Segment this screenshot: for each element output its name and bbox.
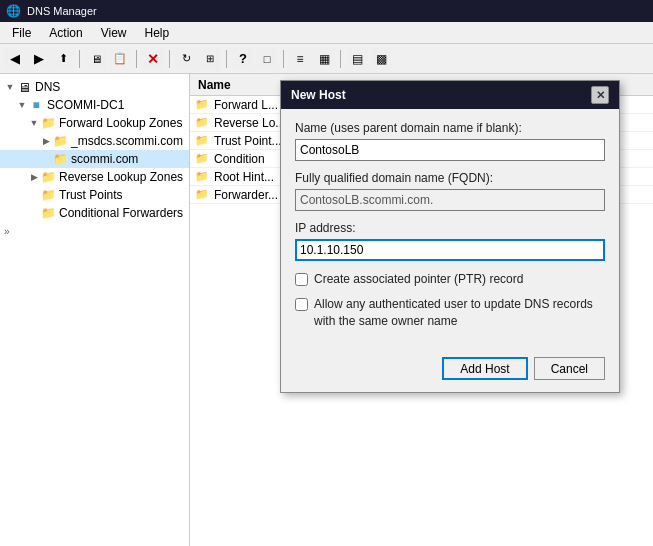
menu-action[interactable]: Action bbox=[41, 24, 90, 42]
server-icon: ■ bbox=[28, 98, 44, 112]
ptr-checkbox-label: Create associated pointer (PTR) record bbox=[314, 271, 523, 288]
title-bar-label: DNS Manager bbox=[27, 5, 97, 17]
row-icon-4: 📁 bbox=[194, 152, 210, 166]
auth-checkbox-label: Allow any authenticated user to update D… bbox=[314, 296, 605, 330]
col-name-header: Name bbox=[194, 78, 235, 92]
sidebar-item-msdcs[interactable]: ▶ 📁 _msdcs.scommi.com bbox=[0, 132, 189, 150]
add-host-button[interactable]: Add Host bbox=[442, 357, 527, 380]
folder-icon-rz: 📁 bbox=[40, 170, 56, 184]
sidebar-item-dns[interactable]: ▼ 🖥 DNS bbox=[0, 78, 189, 96]
name-input[interactable] bbox=[295, 139, 605, 161]
row-label-4: Condition bbox=[214, 152, 265, 166]
row-label-3: Trust Point... bbox=[214, 134, 282, 148]
scroll-indicator: » bbox=[0, 222, 189, 237]
toolbar-sep-3 bbox=[169, 50, 170, 68]
modal-footer: Add Host Cancel bbox=[281, 349, 619, 392]
menu-bar: File Action View Help bbox=[0, 22, 653, 44]
sidebar-item-conditional-fwd[interactable]: 📁 Conditional Forwarders bbox=[0, 204, 189, 222]
monitor-button[interactable]: 🖥 bbox=[85, 48, 107, 70]
expander-dns: ▼ bbox=[4, 81, 16, 93]
menu-help[interactable]: Help bbox=[137, 24, 178, 42]
sidebar-item-forward-zones[interactable]: ▼ 📁 Forward Lookup Zones bbox=[0, 114, 189, 132]
row-label-2: Reverse Lo... bbox=[214, 116, 285, 130]
new-host-dialog: New Host ✕ Name (uses parent domain name… bbox=[280, 80, 620, 393]
sidebar-label-scommi: scommi.com bbox=[71, 152, 138, 166]
sidebar-item-trust-points[interactable]: 📁 Trust Points bbox=[0, 186, 189, 204]
sidebar-tree: ▼ 🖥 DNS ▼ ■ SCOMMI-DC1 ▼ 📁 Forward Looku… bbox=[0, 74, 190, 546]
title-bar: 🌐 DNS Manager bbox=[0, 0, 653, 22]
ptr-checkbox-row: Create associated pointer (PTR) record bbox=[295, 271, 605, 288]
sidebar-item-scommi-dc1[interactable]: ▼ ■ SCOMMI-DC1 bbox=[0, 96, 189, 114]
folder-icon-tp: 📁 bbox=[40, 188, 56, 202]
list-view-button[interactable]: ≡ bbox=[289, 48, 311, 70]
row-icon-2: 📁 bbox=[194, 116, 210, 130]
properties-button[interactable]: ⊞ bbox=[199, 48, 221, 70]
ip-input[interactable] bbox=[295, 239, 605, 261]
sidebar-label-dc1: SCOMMI-DC1 bbox=[47, 98, 124, 112]
sidebar-label-cf: Conditional Forwarders bbox=[59, 206, 183, 220]
folder-icon-cf: 📁 bbox=[40, 206, 56, 220]
toolbar-sep-6 bbox=[340, 50, 341, 68]
sidebar-item-reverse-zones[interactable]: ▶ 📁 Reverse Lookup Zones bbox=[0, 168, 189, 186]
sidebar-label-msdcs: _msdcs.scommi.com bbox=[71, 134, 183, 148]
modal-body: Name (uses parent domain name if blank):… bbox=[281, 109, 619, 349]
expander-fz: ▼ bbox=[28, 117, 40, 129]
folder-icon-msdcs: 📁 bbox=[52, 134, 68, 148]
auth-checkbox-row: Allow any authenticated user to update D… bbox=[295, 296, 605, 330]
folder-icon-fz: 📁 bbox=[40, 116, 56, 130]
filter-button[interactable]: ▤ bbox=[346, 48, 368, 70]
modal-titlebar: New Host ✕ bbox=[281, 81, 619, 109]
folder-icon-scommi: 📁 bbox=[52, 152, 68, 166]
row-label-6: Forwarder... bbox=[214, 188, 278, 202]
forward-button[interactable]: ▶ bbox=[28, 48, 50, 70]
name-label: Name (uses parent domain name if blank): bbox=[295, 121, 605, 135]
clipboard-button[interactable]: 📋 bbox=[109, 48, 131, 70]
expander-cf bbox=[28, 207, 40, 219]
detail-view-button[interactable]: ▦ bbox=[313, 48, 335, 70]
fqdn-input[interactable] bbox=[295, 189, 605, 211]
refresh-button[interactable]: ↻ bbox=[175, 48, 197, 70]
row-icon-6: 📁 bbox=[194, 188, 210, 202]
help-button[interactable]: ? bbox=[232, 48, 254, 70]
expander-msdcs: ▶ bbox=[40, 135, 52, 147]
sidebar-item-scommi-com[interactable]: 📁 scommi.com bbox=[0, 150, 189, 168]
modal-close-button[interactable]: ✕ bbox=[591, 86, 609, 104]
sidebar-label-dns: DNS bbox=[35, 80, 60, 94]
title-bar-icon: 🌐 bbox=[6, 4, 21, 18]
row-icon-1: 📁 bbox=[194, 98, 210, 112]
sidebar-label-rz: Reverse Lookup Zones bbox=[59, 170, 183, 184]
sidebar-label-tp: Trust Points bbox=[59, 188, 123, 202]
back-button[interactable]: ◀ bbox=[4, 48, 26, 70]
delete-button[interactable]: ✕ bbox=[142, 48, 164, 70]
advanced-filter-button[interactable]: ▩ bbox=[370, 48, 392, 70]
toolbar-sep-4 bbox=[226, 50, 227, 68]
toolbar: ◀ ▶ ⬆ 🖥 📋 ✕ ↻ ⊞ ? □ ≡ ▦ ▤ ▩ bbox=[0, 44, 653, 74]
row-label-5: Root Hint... bbox=[214, 170, 274, 184]
sidebar-label-fz: Forward Lookup Zones bbox=[59, 116, 182, 130]
toolbar-sep-5 bbox=[283, 50, 284, 68]
modal-title: New Host bbox=[291, 88, 346, 102]
toolbar-sep-1 bbox=[79, 50, 80, 68]
ip-label: IP address: bbox=[295, 221, 605, 235]
expander-rz: ▶ bbox=[28, 171, 40, 183]
toolbar-sep-2 bbox=[136, 50, 137, 68]
connect-button[interactable]: □ bbox=[256, 48, 278, 70]
fqdn-label: Fully qualified domain name (FQDN): bbox=[295, 171, 605, 185]
computer-icon: 🖥 bbox=[16, 80, 32, 94]
cancel-button[interactable]: Cancel bbox=[534, 357, 605, 380]
row-icon-5: 📁 bbox=[194, 170, 210, 184]
row-icon-3: 📁 bbox=[194, 134, 210, 148]
menu-file[interactable]: File bbox=[4, 24, 39, 42]
menu-view[interactable]: View bbox=[93, 24, 135, 42]
auth-checkbox[interactable] bbox=[295, 298, 308, 311]
expander-dc1: ▼ bbox=[16, 99, 28, 111]
row-label-1: Forward L... bbox=[214, 98, 278, 112]
expander-tp bbox=[28, 189, 40, 201]
expander-scommi bbox=[40, 153, 52, 165]
up-button[interactable]: ⬆ bbox=[52, 48, 74, 70]
ptr-checkbox[interactable] bbox=[295, 273, 308, 286]
scroll-left-icon: » bbox=[4, 226, 10, 237]
